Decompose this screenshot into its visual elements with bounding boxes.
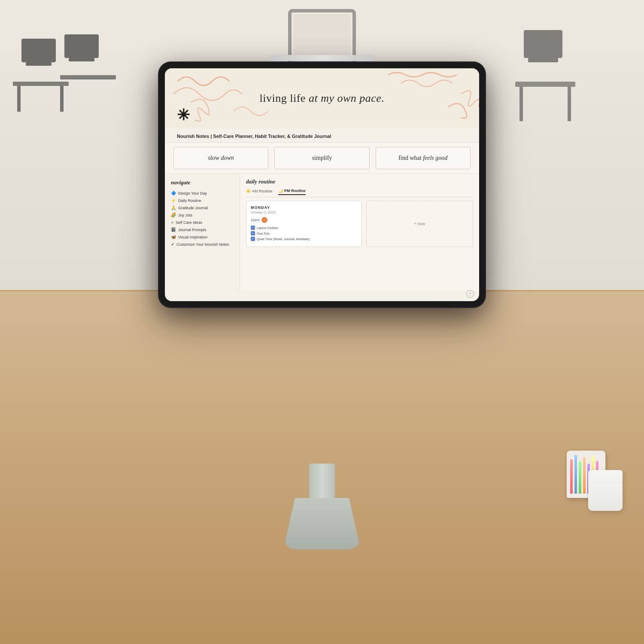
ipad-screen: ✳ living life at my own pace. Nourish No… — [165, 68, 479, 301]
visual-inspiration-label: Visual Inspiration — [178, 235, 207, 239]
svg-rect-3 — [69, 58, 94, 61]
find-what-card[interactable]: find what feels good — [376, 147, 471, 169]
svg-rect-1 — [26, 62, 52, 66]
pm-icon: 🌙 — [278, 189, 283, 193]
asterisk-logo: ✳ — [177, 106, 190, 124]
checkbox-3[interactable] — [251, 237, 255, 241]
screen-header: ✳ living life at my own pace. — [165, 68, 479, 128]
sidebar-item-design-your-day[interactable]: 🔷 Design Your Day — [171, 189, 234, 197]
button-cards-row: slow down simplify find what feels good — [165, 143, 479, 174]
visual-inspiration-icon: 🦋 — [171, 235, 176, 239]
joy-jots-label: Joy Jots — [178, 213, 192, 217]
daily-routine-icon: ⚡ — [171, 198, 176, 203]
sidebar-item-self-care-ideas[interactable]: ○ Self Care Ideas — [171, 219, 234, 226]
stand-base — [283, 498, 361, 549]
gratitude-icon: 🙏 — [171, 205, 176, 210]
checkbox-2[interactable] — [251, 231, 255, 235]
progress-row: 100% — [251, 217, 357, 223]
white-cup — [588, 470, 623, 511]
title-text-italic: at my own pace. — [309, 92, 384, 104]
slow-down-card[interactable]: slow down — [173, 147, 268, 169]
self-care-label: Self Care Ideas — [176, 220, 202, 225]
svg-rect-9 — [528, 58, 558, 62]
svg-rect-10 — [515, 82, 575, 87]
daily-routine-label: Daily Routine — [178, 198, 201, 203]
checklist-item-3[interactable]: Quiet Time (Read, Journal, Meditate) — [251, 237, 357, 241]
routine-cards-row: MONDAY October 2, 2023 100% Layout Cloth… — [246, 201, 473, 247]
sidebar-item-visual-inspiration[interactable]: 🦋 Visual Inspiration — [171, 233, 234, 241]
svg-rect-12 — [568, 87, 571, 121]
customize-label: Customize Your Nourish Notes — [176, 242, 229, 247]
checkbox-1[interactable] — [251, 226, 255, 230]
new-card-slot[interactable]: + New — [366, 201, 474, 247]
monitor-stand — [283, 464, 361, 549]
svg-rect-2 — [64, 34, 99, 58]
routine-title: daily routine — [246, 178, 473, 185]
svg-rect-5 — [60, 75, 116, 79]
daily-routine-panel: daily routine ☀️ AM Routine 🌙 PM Routine — [240, 174, 479, 291]
apple-pencil — [270, 55, 374, 61]
design-day-label: Design Your Day — [178, 191, 207, 195]
tab-pm-routine[interactable]: 🌙 PM Routine — [278, 189, 306, 195]
routine-tabs: ☀️ AM Routine 🌙 PM Routine — [246, 189, 473, 197]
sidebar-item-daily-routine[interactable]: ⚡ Daily Routine — [171, 197, 234, 204]
progress-circle — [261, 217, 267, 223]
am-label: AM Routine — [252, 189, 272, 193]
ipad-frame: ✳ living life at my own pace. Nourish No… — [159, 62, 485, 307]
app-title: Nourish Notes | Self-Care Planner, Habit… — [177, 134, 331, 139]
navigate-title: navigate — [171, 179, 234, 186]
checklist-item-1[interactable]: Layout Clothes — [251, 226, 357, 230]
help-button[interactable]: ? — [466, 290, 474, 298]
self-care-icon: ○ — [171, 220, 173, 225]
main-content: navigate 🔷 Design Your Day ⚡ Daily Routi… — [165, 174, 479, 291]
day-label: MONDAY — [251, 205, 357, 210]
journal-prompts-icon: 📓 — [171, 227, 176, 232]
svg-rect-11 — [519, 87, 523, 121]
sidebar-item-gratitude-journal[interactable]: 🙏 Gratitude Journal — [171, 204, 234, 211]
sidebar-item-journal-prompts[interactable]: 📓 Journal Prompts — [171, 226, 234, 233]
progress-text: 100% — [251, 218, 259, 222]
app-title-bar: Nourish Notes | Self-Care Planner, Habit… — [165, 128, 479, 143]
svg-rect-8 — [524, 30, 562, 58]
am-icon: ☀️ — [246, 189, 251, 193]
svg-rect-0 — [21, 39, 56, 62]
checklist-text-3: Quiet Time (Read, Journal, Meditate) — [257, 237, 310, 241]
svg-rect-7 — [60, 86, 64, 112]
journal-prompts-label: Journal Prompts — [178, 228, 207, 232]
simplify-card[interactable]: simplify — [274, 147, 369, 169]
background-furniture — [13, 26, 142, 133]
svg-rect-6 — [17, 86, 21, 112]
sidebar-item-joy-jots[interactable]: 🌈 Joy Jots — [171, 211, 234, 219]
tab-am-routine[interactable]: ☀️ AM Routine — [246, 189, 272, 195]
title-text-normal: living life — [260, 92, 309, 104]
svg-rect-4 — [13, 82, 69, 86]
joy-jots-icon: 🌈 — [171, 213, 176, 217]
simplify-text: simplify — [312, 155, 332, 162]
background-furniture-right — [515, 21, 635, 150]
monday-card: MONDAY October 2, 2023 100% Layout Cloth… — [246, 201, 362, 247]
sidebar-item-customize[interactable]: ✓ Customize Your Nourish Notes — [171, 241, 234, 248]
date-label: October 2, 2023 — [251, 211, 357, 214]
pm-label: PM Routine — [284, 189, 306, 193]
checklist-text-1: Layout Clothes — [257, 226, 278, 230]
design-day-icon: 🔷 — [171, 191, 176, 195]
slow-down-text: slow down — [208, 155, 234, 162]
new-card-button[interactable]: + New — [414, 222, 425, 226]
stand-neck — [309, 464, 335, 498]
checklist-text-2: Gua Sha — [257, 232, 270, 235]
sidebar: navigate 🔷 Design Your Day ⚡ Daily Routi… — [165, 174, 240, 291]
checklist-item-2[interactable]: Gua Sha — [251, 231, 357, 235]
customize-icon: ✓ — [171, 242, 174, 247]
find-what-text: find what feels good — [398, 155, 447, 162]
gratitude-label: Gratitude Journal — [178, 206, 208, 210]
header-title: living life at my own pace. — [260, 92, 385, 105]
